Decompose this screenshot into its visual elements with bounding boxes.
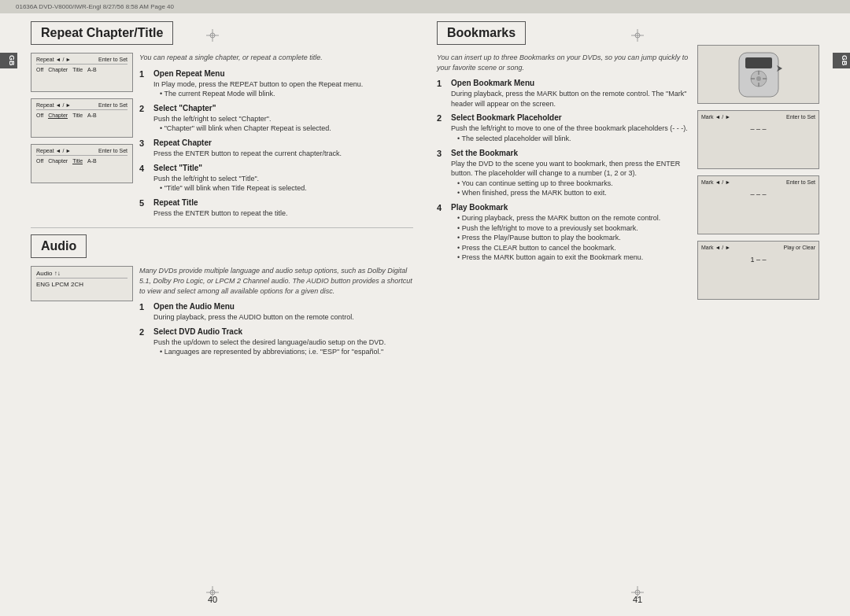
bookmarks-intro: You can insert up to three Bookmarks on … xyxy=(437,53,689,72)
repeat-screen-2: Repeat ◄ / ► Enter to Set Off Chapter Ti… xyxy=(31,98,133,138)
bookmarks-steps-list: 1 Open Bookmark Menu During playback, pr… xyxy=(437,79,689,263)
step-num-2: 2 xyxy=(139,104,149,134)
step-desc-5: Press the ENTER button to repeat the tit… xyxy=(153,208,413,219)
svg-rect-7 xyxy=(745,57,772,68)
bm-step-num-3: 3 xyxy=(437,149,446,198)
bm-step-content-2: Select Bookmark Placeholder Push the lef… xyxy=(451,113,689,143)
screen-header-right-1: Enter to Set xyxy=(98,57,128,62)
bookmarks-main: Bookmarks You can insert up to three Boo… xyxy=(437,21,819,590)
audio-step-content-2: Select DVD Audio Track Push the up/down … xyxy=(153,327,413,357)
page-container: 01636A DVD-V8000/IWR-Engl 8/27/56 8:58 A… xyxy=(0,0,850,616)
repeat-screen-3: Repeat ◄ / ► Enter to Set Off Chapter Ti… xyxy=(31,144,133,183)
bm-screen-mockup-3: Mark ◄ / ► Play or Clear 1 – – xyxy=(697,241,819,300)
repeat-step-4: 4 Select "Title" Push the left/right to … xyxy=(139,164,413,194)
screen-header-3: Repeat ◄ / ► Enter to Set xyxy=(36,148,128,156)
svg-point-9 xyxy=(756,76,761,81)
step-num-1: 1 xyxy=(139,69,149,99)
repeat-steps-list: 1 Open Repeat Menu In Play mode, press t… xyxy=(139,69,413,219)
bm-step-bullet-3-0: You can continue setting up to three boo… xyxy=(451,179,689,189)
step-title-1: Open Repeat Menu xyxy=(153,69,413,78)
step-bullet-1-0: The current Repeat Mode will blink. xyxy=(153,89,413,99)
repeat-title-box: Repeat Chapter/Title xyxy=(31,21,173,45)
bm-step-bullet-4-4: Press the MARK button again to exit the … xyxy=(451,253,689,263)
step-num-3: 3 xyxy=(139,138,149,159)
step-desc-2: Push the left/right to select "Chapter". xyxy=(153,114,413,124)
screen-header-right-2: Enter to Set xyxy=(98,102,128,108)
step-title-4: Select "Title" xyxy=(153,164,413,172)
bookmarks-steps-col: Bookmarks You can insert up to three Boo… xyxy=(437,21,689,590)
step-content-2: Select "Chapter" Push the left/right to … xyxy=(153,104,413,134)
step-bullet-2-0: "Chapter" will blink when Chapter Repeat… xyxy=(153,124,413,134)
audio-section: Audio Audio ↑↓ ENG LPCM 2CH Many DVDs pr… xyxy=(31,234,413,357)
repeat-screen-1: Repeat ◄ / ► Enter to Set Off Chapter Ti… xyxy=(31,53,133,92)
bookmarks-images-col: Mark ◄ / ► Enter to Set – – – Mark ◄ / ►… xyxy=(697,45,819,590)
step-content-3: Repeat Chapter Press the ENTER button to… xyxy=(153,138,413,159)
step-title-3: Repeat Chapter xyxy=(153,138,413,147)
bm-screen-content-2: – – – xyxy=(701,187,815,201)
left-page: GB Repeat Chapter/Title Repeat ◄ / ► Ent… xyxy=(0,13,425,616)
bm-step-desc-3: Play the DVD to the scene you want to bo… xyxy=(451,159,689,179)
screen-header-2: Repeat ◄ / ► Enter to Set xyxy=(36,102,128,110)
repeat-step-2: 2 Select "Chapter" Push the left/right t… xyxy=(139,104,413,134)
audio-screen-content: ENG LPCM 2CH xyxy=(36,281,128,288)
bm-screen-mockup-1: Mark ◄ / ► Enter to Set – – – xyxy=(697,110,819,169)
bm-step-desc-2: Push the left/right to move to one of th… xyxy=(451,124,689,134)
section-divider xyxy=(31,227,413,228)
repeat-title: Repeat Chapter/Title xyxy=(41,26,163,40)
bm-step-bullet-4-3: Press the CLEAR button to cancel the boo… xyxy=(451,243,689,253)
step-num-4: 4 xyxy=(139,164,149,194)
bm-screen-hdr-2: Mark ◄ / ► Enter to Set xyxy=(701,179,815,185)
repeat-step-3: 3 Repeat Chapter Press the ENTER button … xyxy=(139,138,413,159)
screen-row-2: Off Chapter Title A-B xyxy=(36,113,128,119)
audio-step-bullet-2-0: Languages are represented by abbreviatio… xyxy=(153,347,413,357)
top-bar: 01636A DVD-V8000/IWR-Engl 8/27/56 8:58 A… xyxy=(0,0,850,13)
bm-step-num-4: 4 xyxy=(437,203,446,263)
bm-step-title-4: Play Bookmark xyxy=(451,203,689,212)
screen-header-left-1: Repeat ◄ / ► xyxy=(36,57,71,62)
bm-step-bullet-3-1: When finished, press the MARK button to … xyxy=(451,188,689,198)
top-crosshair-right xyxy=(631,29,644,43)
audio-steps-list: 1 Open the Audio Menu During playback, p… xyxy=(139,302,413,357)
bm-screen-content-3: 1 – – xyxy=(701,253,815,267)
right-page: GB Bookmarks You can insert up to three … xyxy=(425,13,850,616)
screen-header-left-2: Repeat ◄ / ► xyxy=(36,102,71,108)
audio-screen-mockup: Audio ↑↓ ENG LPCM 2CH xyxy=(31,266,133,301)
bm-step-content-3: Set the Bookmark Play the DVD to the sce… xyxy=(451,149,689,198)
bm-step-bullet-2-0: The selected placeholder will blink. xyxy=(451,134,689,144)
audio-step-num-1: 1 xyxy=(139,302,149,323)
step-title-5: Repeat Title xyxy=(153,198,413,207)
step-bullet-4-0: "Title" will blink when Title Repeat is … xyxy=(153,183,413,194)
step-desc-3: Press the ENTER button to repeat the cur… xyxy=(153,149,413,159)
audio-step-title-2: Select DVD Audio Track xyxy=(153,327,413,336)
top-bar-text: 01636A DVD-V8000/IWR-Engl 8/27/56 8:58 A… xyxy=(16,3,174,10)
bm-screen-hdr-left-1: Mark ◄ / ► xyxy=(701,114,730,120)
top-crosshair-left xyxy=(206,29,219,43)
audio-step-desc-2: Push the up/down to select the desired l… xyxy=(153,338,413,348)
main-content: GB Repeat Chapter/Title Repeat ◄ / ► Ent… xyxy=(0,13,850,616)
repeat-step-1: 1 Open Repeat Menu In Play mode, press t… xyxy=(139,69,413,99)
bm-screen-hdr-right-2: Enter to Set xyxy=(786,179,815,185)
bookmarks-title: Bookmarks xyxy=(447,26,516,40)
step-content-1: Open Repeat Menu In Play mode, press the… xyxy=(153,69,413,99)
bm-step-title-3: Set the Bookmark xyxy=(451,149,689,157)
bm-screen-hdr-1: Mark ◄ / ► Enter to Set xyxy=(701,114,815,120)
bm-step-4: 4 Play Bookmark During playback, press t… xyxy=(437,203,689,263)
audio-step-title-1: Open the Audio Menu xyxy=(153,302,413,311)
bm-step-num-1: 1 xyxy=(437,79,446,109)
bm-screen-content-1: – – – xyxy=(701,122,815,136)
step-desc-4: Push the left/right to select "Title". xyxy=(153,174,413,184)
bottom-crosshair-left xyxy=(206,586,219,600)
bm-step-bullet-4-0: During playback, press the MARK button o… xyxy=(451,213,689,223)
remote-img-wrapper-1 xyxy=(701,49,815,100)
step-title-2: Select "Chapter" xyxy=(153,104,413,113)
bm-step-bullet-4-2: Press the Play/Pause button to play the … xyxy=(451,233,689,243)
gb-badge-left: GB xyxy=(0,53,17,68)
bm-step-2: 2 Select Bookmark Placeholder Push the l… xyxy=(437,113,689,143)
screen-header-1: Repeat ◄ / ► Enter to Set xyxy=(36,57,128,65)
gb-badge-right: GB xyxy=(833,53,850,68)
screen-header-left-3: Repeat ◄ / ► xyxy=(36,148,71,153)
screen-row-1: Off Chapter Title A-B xyxy=(36,67,128,72)
audio-title-box: Audio xyxy=(31,234,87,258)
bm-screen-hdr-right-1: Enter to Set xyxy=(786,114,815,120)
repeat-content: Repeat ◄ / ► Enter to Set Off Chapter Ti… xyxy=(31,53,413,218)
